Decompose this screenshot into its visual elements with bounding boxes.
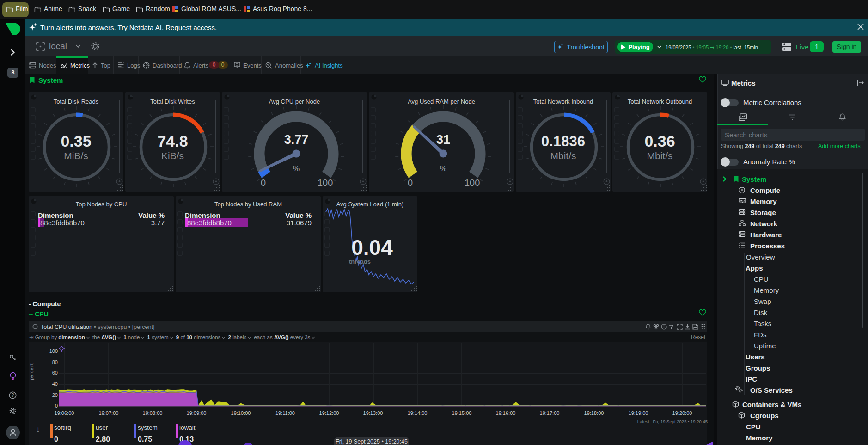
svg-text:?: ?: [12, 393, 14, 398]
